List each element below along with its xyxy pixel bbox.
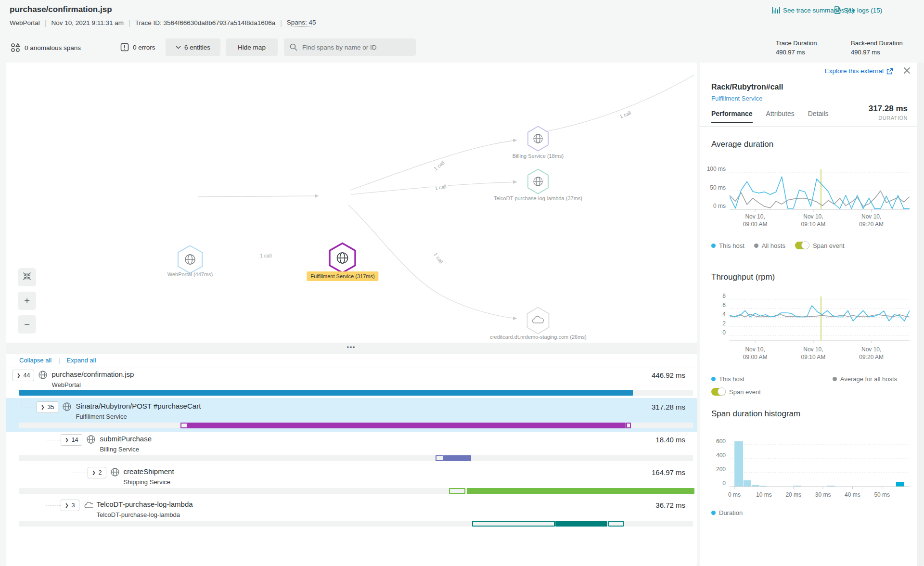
throughput-chart[interactable] bbox=[730, 287, 910, 345]
divider bbox=[6, 368, 697, 368]
span-row-selected[interactable]: ❯35 Sinatra/Rubytron/POST #purchaseCart … bbox=[37, 401, 201, 421]
expand-all-link[interactable]: Expand all bbox=[67, 357, 96, 364]
avg-duration-legend: This host All hosts Span event bbox=[711, 242, 845, 249]
node-lambda[interactable] bbox=[526, 168, 550, 196]
node-fulfillment-label: Fulfillment Service (317ms) bbox=[307, 271, 378, 281]
x-tick: 0 ms bbox=[728, 491, 741, 499]
x-tick: Nov 10,09:20 AM bbox=[859, 346, 884, 361]
separator: | bbox=[280, 19, 282, 27]
span-row[interactable]: ❯2 createShipment Shipping Service bbox=[88, 467, 174, 487]
hide-map-label: Hide map bbox=[238, 44, 266, 51]
span-row[interactable]: ❯44 purchase/confirmation.jsp WebPortal bbox=[13, 370, 134, 389]
span-timeline-bar[interactable] bbox=[19, 521, 693, 527]
tab-details[interactable]: Details bbox=[808, 110, 829, 123]
span-event-toggle[interactable]: Span event bbox=[711, 388, 761, 396]
span-duration-caption: DURATION bbox=[869, 115, 908, 121]
trace-id: Trace ID: 3564f66630da8b67937a514f8da160… bbox=[135, 19, 276, 26]
span-entity: WebPortal bbox=[51, 381, 134, 389]
x-tick: Nov 10,09:00 AM bbox=[743, 346, 768, 361]
backend-duration: Back-end Duration 490.97 ms bbox=[851, 39, 914, 56]
span-row[interactable]: ❯3 TelcoDT-purchase-log-lambda TelcoDT-p… bbox=[61, 500, 193, 519]
legend-all-hosts[interactable]: All hosts bbox=[754, 242, 785, 249]
fit-to-view-button[interactable] bbox=[18, 268, 36, 286]
span-event-toggle[interactable]: Span event bbox=[795, 242, 845, 249]
expand-badge[interactable]: ❯3 bbox=[61, 500, 79, 511]
span-timeline-bar[interactable] bbox=[19, 488, 693, 494]
tab-attributes[interactable]: Attributes bbox=[766, 110, 795, 123]
see-logs-link[interactable]: See logs (15) bbox=[834, 6, 882, 14]
legend-average-all-hosts[interactable]: Average for all hosts bbox=[833, 375, 897, 383]
span-search[interactable] bbox=[284, 39, 416, 56]
avg-duration-chart[interactable] bbox=[730, 167, 910, 216]
expand-badge[interactable]: ❯44 bbox=[13, 370, 34, 381]
expand-badge[interactable]: ❯2 bbox=[88, 467, 106, 478]
legend-duration[interactable]: Duration bbox=[711, 509, 743, 516]
legend-this-host[interactable]: This host bbox=[711, 242, 744, 249]
child-span-count: 3 bbox=[72, 502, 75, 509]
collapse-all-link[interactable]: Collapse all bbox=[19, 357, 51, 364]
legend-this-host[interactable]: This host bbox=[711, 375, 744, 383]
y-tick: 50 ms bbox=[701, 184, 726, 191]
search-input[interactable] bbox=[301, 43, 409, 51]
anomalous-spans-indicator: 0 anomalous spans bbox=[11, 43, 81, 52]
toggle-on[interactable] bbox=[795, 242, 809, 249]
tree-connector bbox=[22, 408, 37, 408]
trace-duration: Trace Duration 490.97 ms bbox=[776, 39, 830, 56]
node-billing-service[interactable] bbox=[526, 126, 550, 154]
node-creditcard-external[interactable] bbox=[526, 307, 551, 336]
span-row[interactable]: ❯14 submitPurchase Billing Service bbox=[61, 434, 152, 454]
span-title: TelcoDT-purchase-log-lambda bbox=[97, 500, 193, 509]
spans-count[interactable]: Spans: 45 bbox=[287, 19, 316, 27]
span-name: Rack/Rubytron#call bbox=[711, 83, 783, 91]
separator: | bbox=[128, 19, 130, 27]
zoom-in-button[interactable]: + bbox=[18, 292, 36, 310]
span-entity: Shipping Service bbox=[124, 478, 174, 487]
trace-duration-label: Trace Duration bbox=[776, 39, 830, 47]
tab-performance[interactable]: Performance bbox=[711, 110, 753, 123]
span-entity-link[interactable]: Fulfillment Service bbox=[711, 95, 762, 102]
globe-icon bbox=[86, 435, 96, 444]
map-waterfall-splitter[interactable]: ••• bbox=[6, 343, 697, 354]
trace-timestamp: Nov 10, 2021 9:11:31 am bbox=[51, 19, 124, 26]
x-tick: 20 ms bbox=[785, 491, 801, 499]
hide-map-button[interactable]: Hide map bbox=[226, 39, 278, 56]
divider bbox=[700, 126, 917, 127]
span-detail-panel: Explore this external Rack/Rubytron#call… bbox=[700, 63, 924, 566]
histogram-chart[interactable] bbox=[730, 438, 910, 492]
trace-details-page: purchase/confirmation.jsp WebPortal | No… bbox=[0, 0, 924, 566]
node-fulfillment-service[interactable] bbox=[328, 242, 357, 276]
error-icon bbox=[120, 43, 129, 51]
entity-name: WebPortal bbox=[10, 19, 40, 26]
anomalous-spans-icon bbox=[11, 43, 21, 52]
legend-dot bbox=[711, 244, 716, 248]
throughput-heading: Throughput (rpm) bbox=[711, 272, 775, 282]
zoom-out-button[interactable]: − bbox=[18, 315, 36, 334]
explore-external-link[interactable]: Explore this external bbox=[825, 67, 893, 75]
span-timeline-bar[interactable] bbox=[19, 390, 693, 396]
bar-chart-icon bbox=[772, 6, 780, 14]
span-duration: 317.28 ms bbox=[652, 403, 685, 411]
histogram-legend: Duration bbox=[711, 509, 743, 516]
close-panel-button[interactable] bbox=[903, 67, 911, 76]
scrollbar[interactable] bbox=[917, 63, 924, 566]
expand-badge[interactable]: ❯14 bbox=[61, 434, 82, 446]
avg-duration-heading: Average duration bbox=[711, 140, 773, 149]
child-span-count: 14 bbox=[72, 437, 78, 443]
span-timeline-bar[interactable] bbox=[19, 455, 693, 461]
span-title: purchase/confirmation.jsp bbox=[51, 370, 134, 379]
errors-label: 0 errors bbox=[133, 44, 155, 51]
child-span-count: 35 bbox=[48, 404, 54, 411]
entities-dropdown[interactable]: 6 entities bbox=[166, 39, 220, 56]
toggle-on[interactable] bbox=[711, 388, 726, 396]
x-tick: Nov 10,09:10 AM bbox=[801, 213, 826, 228]
avg-duration-xaxis: Nov 10,09:00 AM Nov 10,09:10 AM Nov 10,0… bbox=[730, 213, 910, 230]
span-title: Sinatra/Rubytron/POST #purchaseCart bbox=[76, 401, 201, 411]
expand-badge[interactable]: ❯35 bbox=[37, 401, 58, 413]
span-timeline-bar[interactable] bbox=[19, 423, 693, 428]
globe-icon bbox=[38, 370, 48, 380]
backend-duration-label: Back-end Duration bbox=[851, 39, 914, 47]
legend-dot bbox=[711, 511, 716, 515]
logs-icon bbox=[834, 6, 841, 14]
external-link-icon bbox=[886, 68, 893, 75]
span-duration: 36.72 ms bbox=[655, 501, 685, 509]
